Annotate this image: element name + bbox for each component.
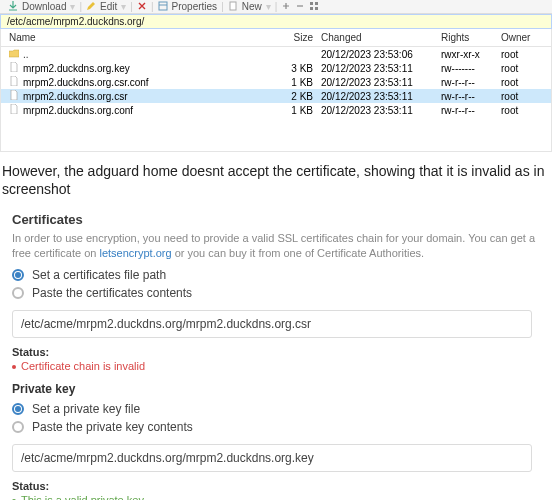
key-radio-path[interactable]: Set a private key file — [12, 402, 540, 416]
svg-rect-2 — [310, 2, 313, 5]
close-icon — [137, 1, 147, 13]
folder-up-icon — [9, 48, 19, 58]
toolbar-edit-label[interactable]: Edit — [100, 1, 117, 12]
toolbar-properties-label[interactable]: Properties — [172, 1, 218, 12]
private-key-heading: Private key — [12, 382, 540, 396]
file-row[interactable]: mrpm2.duckdns.org.csr.conf 1 KB 20/12/20… — [1, 75, 551, 89]
file-row-up[interactable]: .. 20/12/2023 23:53:06 rwxr-xr-x root — [1, 47, 551, 61]
cert-path-input[interactable] — [12, 310, 532, 338]
download-icon — [8, 1, 18, 13]
svg-rect-0 — [159, 2, 167, 10]
file-list-header: Name Size Changed Rights Owner — [1, 29, 551, 47]
file-icon — [9, 76, 19, 86]
file-row[interactable]: mrpm2.duckdns.org.key 3 KB 20/12/2023 23… — [1, 61, 551, 75]
radio-selected-icon — [12, 403, 24, 415]
cert-status-value: Certificate chain is invalid — [12, 360, 540, 372]
file-icon — [9, 104, 19, 114]
certificates-heading: Certificates — [12, 212, 540, 227]
svg-rect-4 — [310, 7, 313, 10]
col-header-changed[interactable]: Changed — [317, 31, 437, 44]
file-icon — [9, 90, 19, 100]
file-icon — [9, 62, 19, 72]
file-row[interactable]: mrpm2.duckdns.org.csr 2 KB 20/12/2023 23… — [1, 89, 551, 103]
toolbar-new-label[interactable]: New — [242, 1, 262, 12]
certificates-description: In order to use encryption, you need to … — [12, 231, 540, 260]
svg-rect-5 — [315, 7, 318, 10]
file-row[interactable]: mrpm2.duckdns.org.conf 1 KB 20/12/2023 2… — [1, 103, 551, 117]
key-radio-paste[interactable]: Paste the private key contents — [12, 420, 540, 434]
col-header-size[interactable]: Size — [277, 31, 317, 44]
plus-icon[interactable] — [281, 1, 291, 13]
file-manager-toolbar: Download▾| Edit▾| | Properties| New▾| — [0, 0, 552, 14]
minus-icon[interactable] — [295, 1, 305, 13]
col-header-owner[interactable]: Owner — [497, 31, 547, 44]
toolbar-download-label[interactable]: Download — [22, 1, 66, 12]
cert-radio-path[interactable]: Set a certificates file path — [12, 268, 540, 282]
col-header-rights[interactable]: Rights — [437, 31, 497, 44]
edit-icon — [86, 1, 96, 13]
svg-rect-1 — [230, 2, 236, 10]
radio-selected-icon — [12, 269, 24, 281]
col-header-name[interactable]: Name — [5, 31, 277, 44]
key-path-input[interactable] — [12, 444, 532, 472]
new-icon — [228, 1, 238, 13]
cert-status-label: Status: — [12, 346, 540, 358]
cert-radio-paste[interactable]: Paste the certificates contents — [12, 286, 540, 300]
view-icon[interactable] — [309, 1, 319, 13]
radio-unselected-icon — [12, 421, 24, 433]
svg-rect-3 — [315, 2, 318, 5]
encryption-panel: Certificates In order to use encryption,… — [0, 204, 552, 500]
key-status-value: This is a valid private key — [12, 494, 540, 500]
properties-icon — [158, 1, 168, 13]
radio-unselected-icon — [12, 287, 24, 299]
body-paragraph: However, the adguard home doesnt accept … — [0, 152, 552, 204]
file-list: Name Size Changed Rights Owner .. 20/12/… — [0, 29, 552, 152]
letsencrypt-link[interactable]: letsencrypt.org — [99, 247, 171, 259]
key-status-label: Status: — [12, 480, 540, 492]
address-bar[interactable]: /etc/acme/mrpm2.duckdns.org/ — [0, 14, 552, 29]
